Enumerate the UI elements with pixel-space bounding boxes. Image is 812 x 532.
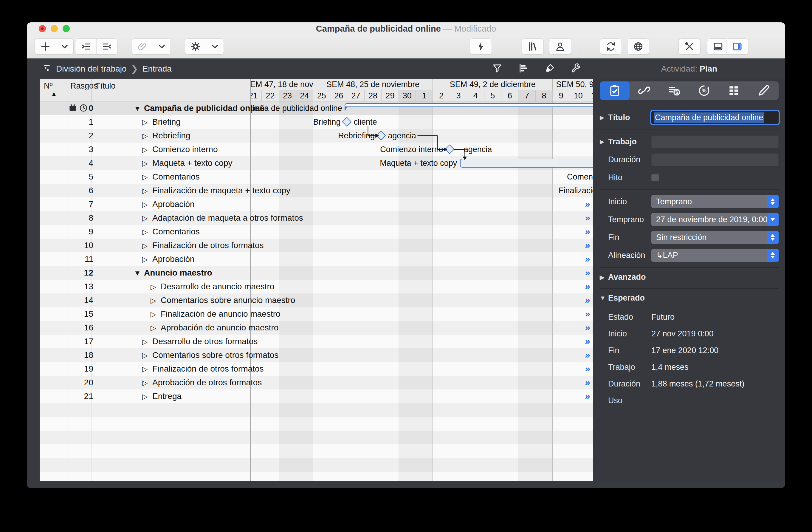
- task-row[interactable]: 11 ▷Aprobación »: [40, 252, 593, 266]
- disclosure-collapsed-icon[interactable]: ▷: [142, 157, 152, 170]
- offscreen-bar-indicator[interactable]: »: [584, 225, 590, 239]
- task-title[interactable]: ▷Entrega: [142, 389, 182, 403]
- milestone-diamond[interactable]: [376, 131, 386, 141]
- offscreen-bar-indicator[interactable]: »: [584, 376, 590, 389]
- minimize-button[interactable]: [51, 25, 58, 32]
- task-row[interactable]: 10 ▷Finalización de otros formatos »: [40, 239, 593, 252]
- lightning-button[interactable]: [470, 39, 492, 54]
- disclosure-collapsed-icon[interactable]: ▷: [150, 294, 161, 307]
- task-title[interactable]: ▷Comentarios: [142, 170, 200, 184]
- task-title[interactable]: ▷Comienzo interno: [142, 143, 218, 157]
- disclosure-collapsed-icon[interactable]: ▷: [142, 349, 152, 362]
- task-title[interactable]: ▼Anuncio maestro: [134, 266, 212, 280]
- task-row[interactable]: 20 ▷Aprobación de otros formatos »: [40, 376, 593, 389]
- breadcrumb-view[interactable]: División del trabajo: [56, 64, 127, 74]
- globe-button[interactable]: [627, 39, 649, 54]
- disclosure-collapsed-icon[interactable]: ▷: [142, 115, 152, 129]
- gantt-timescale[interactable]: SEM 47, 18 de nov21222324SEM 48, 25 de n…: [251, 79, 593, 101]
- disclosure-collapsed-icon[interactable]: ▷: [142, 225, 152, 239]
- bars-button[interactable]: [518, 63, 529, 75]
- disclosure-icon[interactable]: ▼: [600, 294, 608, 301]
- column-header-num[interactable]: Nº▲: [40, 79, 67, 101]
- task-row[interactable]: 21 ▷Entrega »: [40, 389, 593, 403]
- avanzado-section[interactable]: ▶ Avanzado: [600, 273, 779, 282]
- task-row[interactable]: 3 ▷Comienzo interno Comienzo internoagen…: [40, 143, 593, 156]
- offscreen-bar-indicator[interactable]: »: [584, 348, 590, 362]
- duracion-input[interactable]: [651, 153, 779, 166]
- paperclip-button[interactable]: [132, 39, 153, 54]
- task-row[interactable]: 6 ▷Finalización de maqueta + texto copy …: [40, 184, 593, 198]
- chevron-down-button[interactable]: [206, 39, 223, 54]
- task-title[interactable]: ▷Aprobación de otros formatos: [142, 376, 262, 390]
- milestone-diamond[interactable]: [445, 144, 454, 154]
- disclosure-icon[interactable]: ▶: [600, 114, 608, 121]
- milestone-diamond[interactable]: [342, 117, 352, 127]
- inspector-tab-cost[interactable]: $: [659, 82, 689, 100]
- task-row[interactable]: 1 ▷Briefing Briefingcliente: [40, 115, 593, 129]
- task-row[interactable]: 16 ▷Aprobación de anuncio maestro »: [40, 321, 593, 334]
- sync-button[interactable]: [600, 39, 622, 54]
- offscreen-bar-indicator[interactable]: »: [584, 307, 590, 321]
- disclosure-collapsed-icon[interactable]: ▷: [150, 307, 161, 321]
- task-title[interactable]: ▷Briefing: [142, 115, 180, 129]
- disclosure-collapsed-icon[interactable]: ▷: [142, 390, 152, 403]
- task-row[interactable]: 5 ▷Comentarios Comentarios: [40, 170, 593, 184]
- panel-right-button[interactable]: [726, 39, 748, 54]
- chevron-down-button[interactable]: [153, 39, 171, 54]
- column-header-titulo[interactable]: Título: [91, 79, 250, 101]
- summary-bar[interactable]: [345, 103, 593, 107]
- offscreen-bar-indicator[interactable]: »: [584, 280, 590, 293]
- task-row[interactable]: 13 ▷Desarrollo de anuncio maestro »: [40, 280, 593, 293]
- temprano-date-field[interactable]: 27 de noviembre de 2019, 0:00: [651, 213, 779, 226]
- disclosure-collapsed-icon[interactable]: ▷: [142, 170, 152, 184]
- tools-button[interactable]: [679, 39, 700, 54]
- task-title[interactable]: ▷Aprobación: [142, 252, 195, 266]
- disclosure-icon[interactable]: ▶: [600, 274, 608, 281]
- library-button[interactable]: [522, 39, 543, 54]
- task-title[interactable]: ▷Rebriefing: [142, 129, 190, 143]
- inspector-tab-columns[interactable]: [719, 82, 749, 100]
- disclosure-collapsed-icon[interactable]: ▷: [142, 198, 152, 212]
- task-row[interactable]: 19 ▷Finalización de otros formatos »: [40, 362, 593, 376]
- esperado-section[interactable]: ▼ Esperado: [600, 293, 779, 303]
- task-bar[interactable]: [460, 159, 593, 168]
- disclosure-collapsed-icon[interactable]: ▷: [142, 335, 152, 349]
- offscreen-bar-indicator[interactable]: »: [584, 293, 590, 307]
- disclosure-collapsed-icon[interactable]: ▷: [142, 239, 152, 253]
- inspector-tab-pencil[interactable]: [749, 82, 779, 100]
- wrench-button[interactable]: [570, 63, 581, 75]
- task-title[interactable]: ▷Maqueta + texto copy: [142, 156, 232, 170]
- inspector-tab-clipboard-check[interactable]: [600, 82, 629, 100]
- disclosure-open-icon[interactable]: ▼: [134, 102, 144, 115]
- task-row[interactable]: 12 ▼Anuncio maestro »: [40, 266, 593, 280]
- task-title[interactable]: ▷Comentarios: [142, 225, 200, 239]
- inspector-tab-link[interactable]: [629, 82, 659, 100]
- task-title[interactable]: ▷Finalización de otros formatos: [142, 239, 264, 253]
- task-title[interactable]: ▷Desarrollo de otros formatos: [142, 334, 258, 349]
- disclosure-collapsed-icon[interactable]: ▷: [142, 212, 152, 225]
- task-title[interactable]: ▼Campaña de publicidad online: [134, 101, 265, 115]
- disclosure-collapsed-icon[interactable]: ▷: [142, 143, 152, 157]
- offscreen-bar-indicator[interactable]: »: [584, 198, 590, 211]
- fin-popup[interactable]: Sin restricción: [651, 231, 779, 244]
- offscreen-bar-indicator[interactable]: »: [584, 211, 590, 225]
- offscreen-bar-indicator[interactable]: »: [584, 389, 590, 403]
- offscreen-bar-indicator[interactable]: »: [584, 266, 590, 280]
- trabajo-input[interactable]: [651, 135, 779, 148]
- gear-button[interactable]: [185, 39, 206, 54]
- alineacion-popup[interactable]: ↳LAP: [651, 249, 779, 262]
- hito-checkbox[interactable]: [651, 174, 659, 181]
- disclosure-open-icon[interactable]: ▼: [134, 266, 144, 280]
- task-row[interactable]: 8 ▷Adaptación de maqueta a otros formato…: [40, 211, 593, 225]
- disclosure-collapsed-icon[interactable]: ▷: [142, 253, 152, 266]
- task-row[interactable]: 14 ▷Comentarios sobre anuncio maestro »: [40, 293, 593, 307]
- task-row[interactable]: 15 ▷Finalización de anuncio maestro »: [40, 307, 593, 321]
- breadcrumb[interactable]: División del trabajo ❯ Entrada: [43, 63, 172, 74]
- close-button[interactable]: [39, 25, 46, 32]
- person-button[interactable]: [549, 39, 571, 54]
- panel-bottom-button[interactable]: [707, 39, 729, 54]
- task-row[interactable]: 2 ▷Rebriefing Rebriefingagencia: [40, 129, 593, 143]
- disclosure-collapsed-icon[interactable]: ▷: [150, 280, 161, 294]
- disclosure-collapsed-icon[interactable]: ▷: [142, 184, 152, 198]
- disclosure-icon[interactable]: ▶: [600, 138, 608, 145]
